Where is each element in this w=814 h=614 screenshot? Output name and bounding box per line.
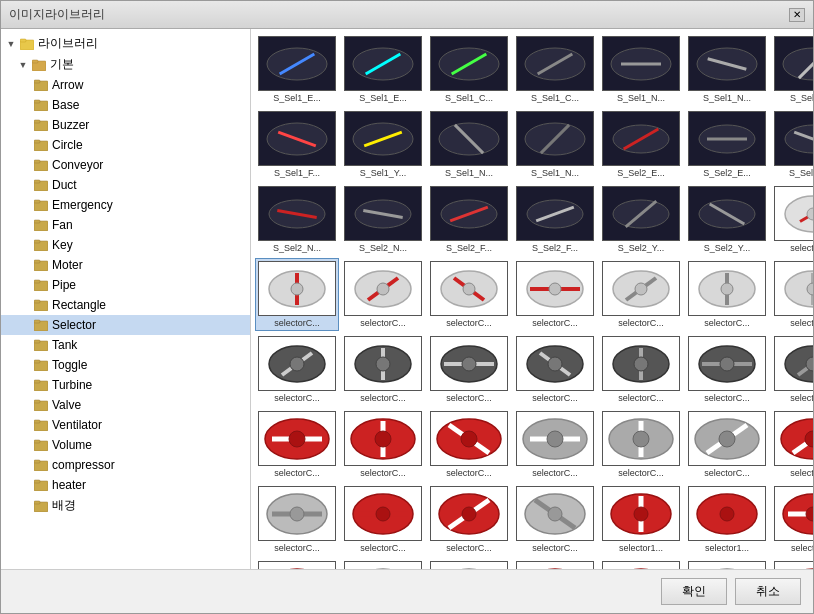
sidebar-item-turbine[interactable]: Turbine — [1, 375, 250, 395]
image-cell-0-0[interactable]: S_Sel1_E... — [255, 33, 339, 106]
svg-rect-23 — [34, 260, 40, 263]
image-cell-6-6[interactable]: selector1... — [771, 483, 813, 556]
image-cell-1-1[interactable]: S_Sel1_Y... — [341, 108, 425, 181]
image-cell-5-0[interactable]: selectorC... — [255, 408, 339, 481]
image-cell-7-4[interactable]: selector1... — [599, 558, 683, 569]
image-cell-5-3[interactable]: selectorC... — [513, 408, 597, 481]
image-cell-4-4[interactable]: selectorC... — [599, 333, 683, 406]
sidebar-item-rectangle[interactable]: Rectangle — [1, 295, 250, 315]
tree-node[interactable]: ▼ 기본 — [1, 54, 250, 75]
thumbnail — [602, 486, 680, 541]
image-cell-3-5[interactable]: selectorC... — [685, 258, 769, 331]
image-cell-0-2[interactable]: S_Sel1_C... — [427, 33, 511, 106]
sidebar-item-selector[interactable]: Selector — [1, 315, 250, 335]
image-cell-5-6[interactable]: selectorC... — [771, 408, 813, 481]
image-cell-4-3[interactable]: selectorC... — [513, 333, 597, 406]
thumb-label: selector1... — [705, 543, 749, 553]
image-cell-1-0[interactable]: S_Sel1_F... — [255, 108, 339, 181]
image-cell-2-1[interactable]: S_Sel2_N... — [341, 183, 425, 256]
svg-point-191 — [719, 431, 735, 447]
image-cell-4-2[interactable]: selectorC... — [427, 333, 511, 406]
thumb-label: S_Sel1_Y... — [360, 168, 406, 178]
image-cell-1-5[interactable]: S_Sel2_E... — [685, 108, 769, 181]
sidebar-item-heater[interactable]: heater — [1, 475, 250, 495]
thumb-label: selectorC... — [704, 318, 750, 328]
image-cell-7-1[interactable]: selector1... — [341, 558, 425, 569]
image-cell-6-1[interactable]: selectorC... — [341, 483, 425, 556]
image-cell-0-4[interactable]: S_Sel1_N... — [599, 33, 683, 106]
image-cell-1-3[interactable]: S_Sel1_N... — [513, 108, 597, 181]
sidebar-item-compressor[interactable]: compressor — [1, 455, 250, 475]
sidebar-item-volume[interactable]: Volume — [1, 435, 250, 455]
thumb-label: S_Sel1_F... — [790, 93, 813, 103]
image-cell-3-6[interactable]: selectorC... — [771, 258, 813, 331]
image-cell-2-4[interactable]: S_Sel2_Y... — [599, 183, 683, 256]
svg-point-207 — [462, 507, 476, 521]
image-cell-3-3[interactable]: selectorC... — [513, 258, 597, 331]
image-cell-6-5[interactable]: selector1... — [685, 483, 769, 556]
sidebar-item-base[interactable]: Base — [1, 95, 250, 115]
thumbnail — [774, 486, 813, 541]
svg-rect-37 — [34, 400, 40, 403]
sidebar-item-conveyor[interactable]: Conveyor — [1, 155, 250, 175]
image-cell-1-6[interactable]: S_Sel2_C... — [771, 108, 813, 181]
image-cell-2-0[interactable]: S_Sel2_N... — [255, 183, 339, 256]
close-button[interactable]: ✕ — [789, 8, 805, 22]
sidebar-item-buzzer[interactable]: Buzzer — [1, 115, 250, 135]
image-cell-3-0[interactable]: selectorC... — [255, 258, 339, 331]
sidebar-item-ventilator[interactable]: Ventilator — [1, 415, 250, 435]
image-cell-3-4[interactable]: selectorC... — [599, 258, 683, 331]
sidebar-item-moter[interactable]: Moter — [1, 255, 250, 275]
image-cell-4-6[interactable]: selectorC... — [771, 333, 813, 406]
image-cell-6-4[interactable]: selector1... — [599, 483, 683, 556]
image-cell-4-5[interactable]: selectorC... — [685, 333, 769, 406]
image-cell-6-0[interactable]: selectorC... — [255, 483, 339, 556]
image-cell-6-2[interactable]: selectorC... — [427, 483, 511, 556]
image-cell-7-3[interactable]: selector1... — [513, 558, 597, 569]
image-cell-0-3[interactable]: S_Sel1_C... — [513, 33, 597, 106]
image-cell-3-2[interactable]: selectorC... — [427, 258, 511, 331]
thumbnail — [430, 336, 508, 391]
image-cell-4-1[interactable]: selectorC... — [341, 333, 425, 406]
sidebar-item-duct[interactable]: Duct — [1, 175, 250, 195]
sidebar-item-valve[interactable]: Valve — [1, 395, 250, 415]
thumbnail — [430, 561, 508, 569]
image-cell-2-6[interactable]: selectorC... — [771, 183, 813, 256]
image-cell-2-5[interactable]: S_Sel2_Y... — [685, 183, 769, 256]
sidebar-item-circle[interactable]: Circle — [1, 135, 250, 155]
image-cell-1-4[interactable]: S_Sel2_E... — [599, 108, 683, 181]
image-cell-1-2[interactable]: S_Sel1_N... — [427, 108, 511, 181]
image-cell-0-6[interactable]: S_Sel1_F... — [771, 33, 813, 106]
title-bar: 이미지라이브러리 ✕ — [1, 1, 813, 29]
leaf-icon — [33, 217, 49, 233]
thumb-label: selectorC... — [790, 318, 813, 328]
image-cell-5-4[interactable]: selectorC... — [599, 408, 683, 481]
sidebar-item-pipe[interactable]: Pipe — [1, 275, 250, 295]
sidebar-item-tank[interactable]: Tank — [1, 335, 250, 355]
image-cell-5-5[interactable]: selectorC... — [685, 408, 769, 481]
image-cell-2-2[interactable]: S_Sel2_F... — [427, 183, 511, 256]
image-cell-7-6[interactable]: selector1... — [771, 558, 813, 569]
sidebar-item-emergency[interactable]: Emergency — [1, 195, 250, 215]
thumb-label: S_Sel1_F... — [274, 168, 320, 178]
image-cell-6-3[interactable]: selectorC... — [513, 483, 597, 556]
image-cell-5-2[interactable]: selectorC... — [427, 408, 511, 481]
sidebar-item-toggle[interactable]: Toggle — [1, 355, 250, 375]
image-cell-0-1[interactable]: S_Sel1_E... — [341, 33, 425, 106]
tree-root[interactable]: ▼ 라이브러리 — [1, 33, 250, 54]
sidebar-item-fan[interactable]: Fan — [1, 215, 250, 235]
image-cell-5-1[interactable]: selectorC... — [341, 408, 425, 481]
image-cell-0-5[interactable]: S_Sel1_N... — [685, 33, 769, 106]
image-cell-2-3[interactable]: S_Sel2_F... — [513, 183, 597, 256]
sidebar-item-background[interactable]: 배경 — [1, 495, 250, 516]
sidebar-item-key[interactable]: Key — [1, 235, 250, 255]
cancel-button[interactable]: 취소 — [735, 578, 801, 605]
image-cell-7-5[interactable]: selector1... — [685, 558, 769, 569]
image-cell-4-0[interactable]: selectorC... — [255, 333, 339, 406]
image-cell-3-1[interactable]: selectorC... — [341, 258, 425, 331]
image-grid: S_Sel1_E... S_Sel1_E... S_Sel1_C... — [255, 33, 809, 569]
image-cell-7-0[interactable]: selector1... — [255, 558, 339, 569]
confirm-button[interactable]: 확인 — [661, 578, 727, 605]
sidebar-item-arrow[interactable]: Arrow — [1, 75, 250, 95]
image-cell-7-2[interactable]: selector1... — [427, 558, 511, 569]
